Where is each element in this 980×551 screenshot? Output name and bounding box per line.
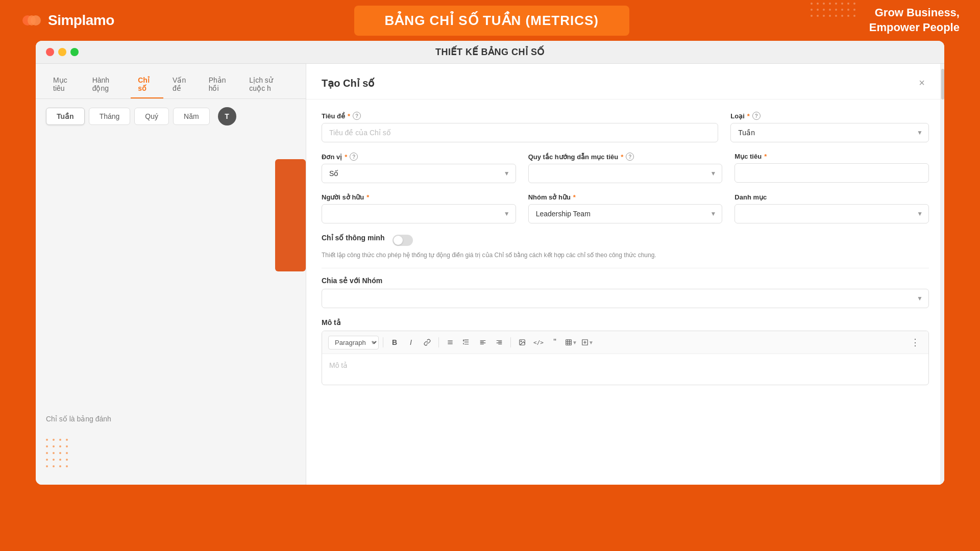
category-select[interactable] [734,204,929,223]
traffic-light-yellow[interactable] [58,48,66,56]
rte-bullet-button[interactable] [443,335,457,349]
rte-ordered-button[interactable] [459,335,474,349]
required-star-type: * [747,112,750,120]
main-window: THIẾT KẾ BẢNG CHỈ SỐ Mục tiêu Hành động … [36,41,944,485]
tab-phan-hoi[interactable]: Phản hồi [202,72,240,98]
window-titlebar: THIẾT KẾ BẢNG CHỈ SỐ [36,41,944,64]
scrollbar-thumb[interactable] [941,69,944,99]
rte-align-right-button[interactable] [492,335,506,349]
bottom-left-dots [46,439,70,469]
toggle-knob [394,236,403,245]
label-category: Danh mục [734,193,929,201]
top-header: Simplamo BẢNG CHỈ SỐ TUẦN (METRICS) Grow… [0,0,980,41]
link-icon [424,339,431,346]
rte-italic-button[interactable]: I [404,335,418,349]
field-owner: Người sở hữu * ▼ [322,193,516,223]
field-goal-rule: Quy tắc hướng dẫn mục tiêu * ? ▼ [528,153,723,183]
label-goal-rule: Quy tắc hướng dẫn mục tiêu * ? [528,153,723,161]
rte-table-button[interactable]: ▼ [564,335,578,349]
help-icon-unit[interactable]: ? [350,153,358,161]
rte-embed-button[interactable]: ▼ [580,335,595,349]
logo-text: Simplamo [48,12,114,29]
rte-toolbar: Paragraph ▼ B I [322,331,928,354]
tab-van-de[interactable]: Vấn đề [165,72,200,98]
tab-hanh-dong[interactable]: Hành động [85,72,129,98]
rte-align-left-button[interactable] [476,335,490,349]
modal-panel: Tạo Chỉ số × Tiêu đề * ? [306,64,944,485]
share-select-wrapper: ▼ [322,289,929,308]
tab-muc-tieu[interactable]: Mục tiêu [46,72,83,98]
required-star-title: * [348,112,350,120]
smart-toggle-switch[interactable] [393,235,413,246]
owner-select[interactable] [322,204,516,223]
tab-lich-su[interactable]: Lịch sử cuộc h [242,72,296,98]
group-select-wrapper: Leadership Team ▼ [528,204,723,223]
unit-select[interactable]: Số % VND [322,164,516,183]
paragraph-select[interactable]: Paragraph [328,336,379,349]
align-right-icon [496,339,503,346]
table-icon [565,339,572,346]
field-tieu-de: Tiêu đề * ? [322,112,718,142]
share-select[interactable] [322,289,929,308]
label-target: Mục tiêu * [734,153,929,160]
embed-icon [581,339,589,346]
modal-header: Tạo Chỉ số × [306,64,944,99]
modal-close-button[interactable]: × [915,75,929,91]
rte-divider-3 [510,337,511,347]
period-btn-quy[interactable]: Quý [134,108,169,125]
title-input[interactable] [322,123,718,142]
field-loai: Loại * ? Tuần Tháng Quý Năm [730,112,929,142]
target-input[interactable]: 0 [734,163,929,183]
owner-select-wrapper: ▼ [322,204,516,223]
modal-title: Tạo Chỉ số [322,77,374,89]
bullet-list-icon [447,339,454,346]
smart-toggle-desc: Thiết lập công thức cho phép hệ thống tự… [322,252,656,259]
modal-container: Tạo Chỉ số × Tiêu đề * ? [306,64,944,485]
smart-toggle-label: Chỉ số thông minh [322,234,384,242]
required-star-rule: * [621,153,623,161]
ordered-list-icon [463,339,470,346]
left-panel: Mục tiêu Hành động Chỉ số Vấn đề Phản hồ… [36,64,306,485]
rte-more-button[interactable]: ⋮ [908,335,922,349]
help-icon-title[interactable]: ? [353,112,361,120]
traffic-light-green[interactable] [70,48,79,56]
period-btn-nam[interactable]: Năm [173,108,210,125]
tagline-line2: Empower People [869,20,960,35]
field-don-vi: Đơn vị * ? Số % VND ▼ [322,153,516,183]
period-btn-thang[interactable]: Tháng [89,108,131,125]
svg-point-4 [521,341,522,342]
share-label: Chia sẻ với Nhóm [322,277,929,285]
rte-placeholder: Mô tả [329,361,348,369]
rte-image-button[interactable] [515,335,529,349]
goal-rule-select-wrapper: ▼ [528,164,723,183]
help-icon-type[interactable]: ? [752,112,761,120]
orange-bar-decoration [275,159,306,271]
label-tieu-de: Tiêu đề * ? [322,112,718,120]
header-title: BẢNG CHỈ SỐ TUẦN (METRICS) [354,6,629,36]
period-btn-tuan[interactable]: Tuần [46,108,85,125]
type-select[interactable]: Tuần Tháng Quý Năm [730,123,929,142]
rte-body[interactable]: Mô tả [322,354,928,385]
scrollbar-track [940,64,944,485]
rte-container: Paragraph ▼ B I [322,331,929,385]
traffic-lights [46,48,79,56]
label-group: Nhóm sở hữu * [528,193,723,201]
tab-chi-so[interactable]: Chỉ số [131,72,163,98]
rte-quote-button[interactable]: " [548,335,562,349]
smart-label-group: Chỉ số thông minh [322,234,384,242]
share-section: Chia sẻ với Nhóm ▼ [322,277,929,308]
rte-bold-button[interactable]: B [387,335,402,349]
traffic-light-red[interactable] [46,48,54,56]
rte-link-button[interactable] [420,335,434,349]
align-left-icon [479,339,486,346]
rte-code-button[interactable]: </> [531,335,546,349]
tagline-line1: Grow Business, [869,6,960,20]
period-buttons-row: Tuần Tháng Quý Năm T [36,99,306,134]
left-content-area: Chỉ số là bảng đánh [36,134,306,485]
goal-rule-select[interactable] [528,164,723,183]
rte-divider-1 [383,337,383,347]
unit-select-wrapper: Số % VND ▼ [322,164,516,183]
help-icon-rule[interactable]: ? [626,153,634,161]
group-select[interactable]: Leadership Team [528,204,723,223]
form-row-2: Đơn vị * ? Số % VND ▼ [322,153,929,183]
